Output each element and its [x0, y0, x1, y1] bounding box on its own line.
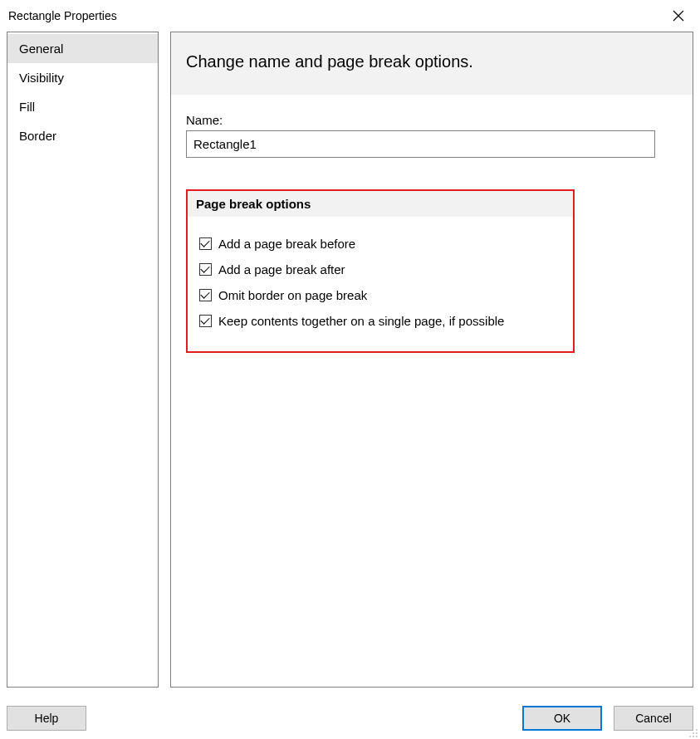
window-title: Rectangle Properties: [8, 9, 117, 22]
page-break-section: Page break options Add a page break befo…: [186, 189, 575, 353]
svg-point-7: [696, 736, 698, 737]
checkbox-label[interactable]: Omit border on page break: [218, 288, 367, 302]
main-panel: Change name and page break options. Name…: [170, 32, 693, 688]
sidebar-item-fill[interactable]: Fill: [7, 92, 158, 121]
svg-point-6: [693, 736, 694, 737]
button-row: Help OK Cancel: [0, 706, 700, 731]
panel-heading: Change name and page break options.: [186, 52, 678, 71]
dialog-body: General Visibility Fill Border Change na…: [0, 32, 700, 688]
panel-header: Change name and page break options.: [171, 32, 693, 95]
resize-grip[interactable]: [688, 727, 698, 737]
sidebar-item-general[interactable]: General: [7, 34, 158, 63]
checkbox-after[interactable]: [199, 263, 212, 276]
ok-button[interactable]: OK: [522, 706, 602, 731]
checkbox-before[interactable]: [199, 237, 212, 250]
checkbox-row-after: Add a page break after: [199, 262, 561, 277]
svg-point-2: [696, 729, 698, 731]
svg-point-3: [693, 732, 694, 734]
close-icon[interactable]: [668, 6, 688, 26]
checkbox-label[interactable]: Add a page break after: [218, 262, 345, 277]
section-body: Add a page break before Add a page break…: [188, 217, 573, 351]
checkbox-label[interactable]: Add a page break before: [218, 237, 355, 251]
cancel-button[interactable]: Cancel: [614, 706, 693, 731]
sidebar-item-visibility[interactable]: Visibility: [7, 63, 158, 92]
checkbox-keep-together[interactable]: [199, 315, 212, 327]
svg-point-5: [689, 736, 691, 737]
sidebar: General Visibility Fill Border: [7, 32, 159, 688]
name-input[interactable]: [186, 130, 655, 158]
titlebar: Rectangle Properties: [0, 0, 700, 32]
checkbox-omit-border[interactable]: [199, 289, 212, 301]
panel-content: Name: Page break options Add a page brea…: [171, 95, 693, 361]
section-title: Page break options: [196, 197, 565, 211]
section-header-bar: Page break options: [188, 191, 573, 217]
checkbox-row-before: Add a page break before: [199, 237, 561, 251]
sidebar-item-label: Visibility: [19, 71, 64, 85]
sidebar-item-label: General: [19, 42, 63, 56]
button-label: Help: [35, 712, 59, 725]
checkbox-row-keep: Keep contents together on a single page,…: [199, 314, 561, 328]
checkbox-row-omit: Omit border on page break: [199, 288, 561, 302]
button-label: Cancel: [635, 712, 672, 725]
sidebar-item-label: Border: [19, 129, 56, 143]
help-button[interactable]: Help: [7, 706, 86, 731]
sidebar-item-label: Fill: [19, 100, 35, 114]
name-label: Name:: [186, 113, 678, 127]
svg-point-4: [696, 732, 698, 734]
sidebar-item-border[interactable]: Border: [7, 121, 158, 150]
checkbox-label[interactable]: Keep contents together on a single page,…: [218, 314, 504, 328]
button-label: OK: [554, 712, 570, 725]
button-row-right: OK Cancel: [522, 706, 693, 731]
